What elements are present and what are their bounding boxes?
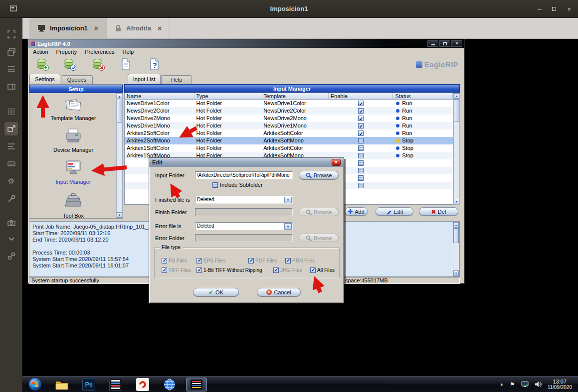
browser-button[interactable] [162,378,177,392]
scroll-thumb[interactable] [117,100,122,123]
prn-files-checkbox[interactable]: PRN Files [285,258,315,263]
all-files-checkbox[interactable]: All Files [310,267,335,273]
menu-item-property[interactable]: Property [52,49,81,55]
screenshot-camera-icon[interactable] [4,216,18,230]
checkbox-icon[interactable] [273,267,279,273]
column-name[interactable]: Name [125,93,194,99]
browse-input-folder-button[interactable]: Browse [299,171,339,179]
checkbox-icon[interactable] [212,182,218,188]
chevron-down-icon[interactable] [4,232,18,246]
dropdown-arrow-icon[interactable]: ▼ [284,223,292,230]
column-enable[interactable]: Enable [329,93,393,99]
tab-input-list[interactable]: Input List [128,74,161,84]
add-button[interactable]: ✚Add [345,207,368,216]
minimize-icon[interactable]: – [538,5,541,13]
eaglerip-titlebar[interactable]: EagleRIP 4.0 × [28,39,464,48]
scroll-up-icon[interactable]: ▲ [117,94,122,99]
ok-button[interactable]: ✓OK [193,288,239,296]
tab-queues[interactable]: Queues [61,75,93,84]
menu-item-preferences[interactable]: Preferences [81,49,118,55]
enable-input-db-icon[interactable] [63,57,77,71]
table-row[interactable]: Arkitex2SoftMonoHot FolderArkitexSoftMon… [125,137,453,144]
onebit-tiff-checkbox[interactable]: 1-Bit TIFF Without Ripping [196,267,262,273]
table-row[interactable]: Arkitex1SoftColorHot FolderArkitexSoftCo… [125,144,453,152]
dropdown-arrow-icon[interactable]: ▼ [284,197,292,203]
start-button[interactable] [27,378,42,392]
scroll-thumb[interactable] [453,228,459,243]
close-icon[interactable]: × [332,159,341,166]
enable-checkbox[interactable] [358,175,364,181]
tools-wrench-icon[interactable] [4,192,18,205]
scroll-down-icon[interactable]: ▼ [117,212,122,218]
new-document-icon[interactable] [119,57,133,71]
checkbox-icon[interactable] [162,258,167,263]
enable-checkbox[interactable] [358,138,364,143]
setup-item-tool-box[interactable]: Tool Box [29,191,117,219]
settings-gear-icon[interactable]: ⚙ [4,174,18,188]
enable-checkbox[interactable] [358,116,364,121]
tray-expand-icon[interactable]: ▲ [500,382,504,387]
menu-item-action[interactable]: Action [29,49,52,55]
enable-checkbox[interactable] [358,183,364,188]
delete-input-db-icon[interactable] [91,57,105,71]
enable-checkbox[interactable] [358,101,364,106]
log-scrollbar[interactable]: ▲ ▼ [453,222,459,276]
setup-scrollbar[interactable]: ▲ ▼ [116,93,123,218]
maximize-icon[interactable] [552,7,556,11]
include-subfolder-checkbox[interactable]: Include Subfolder [212,182,263,188]
disconnect-icon[interactable] [4,249,18,262]
finished-file-select[interactable]: Deleted▼ [195,196,293,204]
table-scrollbar[interactable]: ▲ ▼ [453,93,460,205]
checkbox-icon[interactable] [310,267,316,273]
enable-checkbox[interactable] [358,145,364,151]
clock[interactable]: 13:07 11/09/2020 [548,379,572,391]
column-status[interactable]: Status [393,93,453,99]
cancel-button[interactable]: ×Cancel [257,288,301,296]
list-icon[interactable] [4,139,18,153]
checkbox-icon[interactable] [162,267,167,273]
flag-icon[interactable]: ⚑ [510,381,515,388]
menu-icon[interactable] [4,62,18,76]
acrobat-button[interactable] [135,378,150,392]
grid-icon[interactable] [4,105,18,118]
scroll-up-icon[interactable]: ▲ [453,222,459,228]
jpg-files-checkbox[interactable]: JPG Files [273,267,302,273]
maximize-icon[interactable] [439,40,450,47]
display-icon[interactable] [521,381,529,388]
minimize-icon[interactable] [427,40,438,47]
del-button[interactable]: ✖Del [419,207,458,216]
pdf-files-checkbox[interactable]: PDF Files [248,258,277,263]
column-type[interactable]: Type [194,93,262,99]
scroll-thumb[interactable] [454,99,459,122]
table-row[interactable]: NewsDrive1ColorHot FolderNewsDrive1Color… [125,100,453,107]
enable-checkbox[interactable] [358,160,364,166]
eps-files-checkbox[interactable]: EPS Files [196,258,225,263]
scroll-up-icon[interactable]: ▲ [454,93,459,99]
error-file-select[interactable]: Deleted▼ [195,222,293,230]
dialog-titlebar[interactable]: Edit × [149,158,344,167]
keyboard-icon[interactable] [4,157,18,170]
fullscreen-icon[interactable] [4,27,18,41]
menu-item-help[interactable]: Help [118,49,138,55]
volume-icon[interactable] [535,381,542,388]
tab-imposicion1[interactable]: Imposicion1 × [29,18,107,38]
tab-afrodita[interactable]: Afrodita × [107,18,170,38]
input-folder-field[interactable]: \ArkitexDirector\Softproof\ToRip\Pdf\Mon… [195,171,293,179]
edit-button[interactable]: Edit [376,207,413,216]
tiff-files-checkbox[interactable]: TIFF Files [162,267,191,273]
scale-window-icon[interactable] [4,122,18,135]
ps-files-checkbox[interactable]: PS Files [162,258,187,263]
checkbox-icon[interactable] [248,258,254,263]
scroll-down-icon[interactable]: ▼ [453,270,459,276]
enable-checkbox[interactable] [358,123,364,129]
enable-checkbox[interactable] [358,131,364,136]
help-icon[interactable]: ? [148,57,162,71]
setup-item-device-manager[interactable]: Device Manager [29,127,117,153]
table-row[interactable]: Arkitex2SoftColorHot FolderArkitexSoftCo… [125,130,453,137]
add-input-db-icon[interactable] [35,57,49,71]
column-template[interactable]: Template [261,93,329,99]
tab-help[interactable]: Help [161,75,192,84]
table-row[interactable]: NewsDrive2ColorHot FolderNewsDrive2Color… [125,107,453,115]
photoshop-button[interactable]: Ps [81,378,96,392]
scroll-down-icon[interactable]: ▼ [454,199,459,204]
